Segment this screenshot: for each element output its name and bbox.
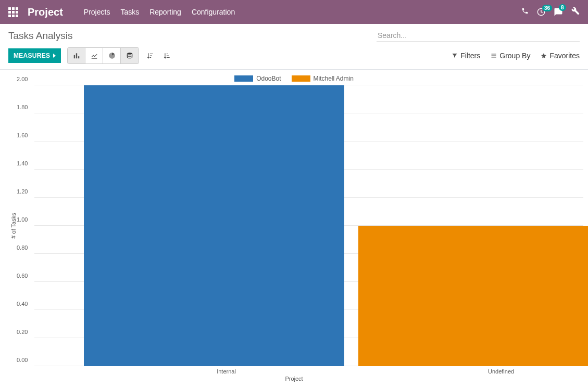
filters-button[interactable]: Filters	[452, 51, 480, 60]
chart-category: Undefined	[309, 85, 584, 366]
groupby-button[interactable]: Group By	[491, 51, 530, 60]
header-row: Tasks Analysis	[0, 24, 588, 42]
measures-label: MEASURES	[14, 52, 50, 59]
filter-icon	[452, 53, 458, 59]
chart-legend: OdooBot Mitchell Admin	[0, 75, 588, 82]
nav-links: Projects Tasks Reporting Configuration	[84, 8, 235, 16]
favorites-button[interactable]: Favorites	[541, 51, 580, 60]
toolbar-right: Filters Group By Favorites	[452, 51, 580, 60]
y-tick-label: 0.60	[17, 273, 28, 279]
y-tick-label: 2.00	[17, 76, 28, 82]
toolbar: MEASURES	[0, 42, 588, 70]
chart-bar[interactable]	[358, 226, 588, 366]
sort-group	[145, 50, 172, 61]
y-tick-label: 1.20	[17, 188, 28, 195]
legend-label-2: Mitchell Admin	[314, 75, 354, 82]
tools-icon[interactable]	[571, 7, 580, 17]
nav-configuration[interactable]: Configuration	[192, 8, 235, 16]
x-axis-label: Project	[0, 376, 588, 382]
brand-title: Project	[28, 6, 63, 18]
star-icon	[541, 53, 547, 59]
toolbar-left: MEASURES	[8, 47, 172, 64]
y-tick-label: 0.00	[17, 357, 28, 363]
bars-container: InternalUndefined	[34, 85, 583, 366]
nav-tasks[interactable]: Tasks	[120, 8, 139, 16]
chart-area: OdooBot Mitchell Admin # of Tasks 0.000.…	[0, 70, 588, 382]
legend-swatch-2	[292, 75, 310, 82]
legend-swatch-1	[234, 75, 253, 82]
sort-asc-icon[interactable]	[162, 50, 172, 61]
y-tick-label: 1.80	[17, 104, 28, 110]
apps-icon[interactable]	[8, 7, 18, 17]
plot-inner: 0.000.200.400.600.801.001.201.401.601.80…	[34, 85, 583, 366]
bar-chart-icon[interactable]	[68, 48, 85, 63]
svg-rect-2	[76, 53, 77, 58]
search-input[interactable]	[377, 29, 580, 42]
measures-button[interactable]: MEASURES	[8, 48, 61, 63]
svg-rect-1	[74, 55, 75, 58]
topbar-right: 36 8	[521, 7, 580, 17]
y-axis-label: # of Tasks	[10, 213, 17, 238]
y-tick-label: 1.40	[17, 160, 28, 166]
nav-reporting[interactable]: Reporting	[149, 8, 181, 16]
chart-bar[interactable]	[84, 85, 344, 366]
sort-desc-icon[interactable]	[145, 50, 156, 61]
page-title: Tasks Analysis	[8, 30, 73, 42]
activity-icon[interactable]: 36	[537, 8, 545, 16]
chart-category: Internal	[34, 85, 309, 366]
favorites-label: Favorites	[549, 51, 580, 60]
activity-badge: 36	[542, 5, 552, 11]
x-tick-label: Undefined	[364, 368, 588, 375]
y-tick-label: 0.20	[17, 329, 28, 335]
search-container	[377, 29, 580, 42]
chart-type-group	[67, 47, 139, 64]
phone-icon[interactable]	[521, 7, 529, 17]
filters-label: Filters	[460, 51, 480, 60]
line-chart-icon[interactable]	[85, 48, 103, 63]
y-tick-label: 1.00	[17, 216, 28, 223]
list-icon	[491, 53, 497, 59]
legend-label-1: OdooBot	[256, 75, 281, 82]
chevron-right-icon	[53, 54, 56, 58]
svg-point-4	[128, 53, 132, 55]
chat-badge: 8	[559, 4, 566, 11]
groupby-label: Group By	[499, 51, 530, 60]
y-tick-label: 0.80	[17, 244, 28, 251]
y-tick-label: 0.40	[17, 301, 28, 307]
legend-item-2[interactable]: Mitchell Admin	[292, 75, 354, 82]
legend-item-1[interactable]: OdooBot	[234, 75, 281, 82]
stacked-icon[interactable]	[121, 48, 139, 63]
top-bar: Project Projects Tasks Reporting Configu…	[0, 0, 588, 24]
y-tick-label: 1.60	[17, 132, 28, 138]
chat-icon[interactable]: 8	[554, 7, 563, 17]
chart-plot: # of Tasks 0.000.200.400.600.801.001.201…	[16, 85, 583, 366]
x-tick-label: Internal	[89, 368, 364, 375]
svg-rect-3	[78, 56, 79, 58]
pie-chart-icon[interactable]	[103, 48, 121, 63]
nav-projects[interactable]: Projects	[84, 8, 110, 16]
